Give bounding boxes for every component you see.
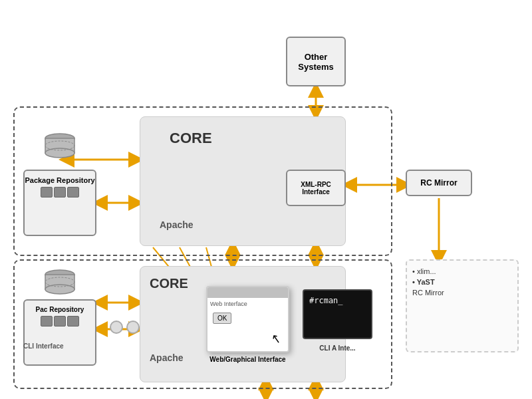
- right-panel-item-3: RC Mirror: [412, 287, 512, 298]
- core-label-bottom: CORE: [150, 276, 188, 291]
- web-gui-ok-btn[interactable]: OK: [213, 313, 231, 324]
- other-systems-label: Other Systems: [287, 52, 344, 72]
- web-gui-content: Web Interface OK: [207, 298, 288, 329]
- web-gui-label: Web/Graphical Interface: [209, 356, 286, 363]
- svg-point-18: [45, 148, 74, 158]
- pkg-box-5: [54, 316, 66, 327]
- right-panel: • xlim... • YaST RC Mirror: [406, 259, 519, 352]
- svg-point-22: [45, 285, 74, 294]
- pkg-box-6: [67, 316, 79, 327]
- apache-label-bottom: Apache: [150, 352, 184, 363]
- xml-rpc-label: XML-RPC Interface: [287, 181, 344, 196]
- cli-terminal-text: #rcman_: [304, 291, 371, 311]
- cli-interface-label: CLI A Inte...: [303, 344, 372, 352]
- web-gui-titlebar: [207, 287, 288, 298]
- diagram-container: Other Systems CORE Apache XML-RPC Interf…: [0, 0, 532, 399]
- pkg-boxes-bottom: [41, 316, 79, 327]
- xml-rpc-interface-top: XML-RPC Interface: [286, 170, 346, 206]
- db-icon-top: [43, 133, 76, 160]
- cli-label-bottom-left: CLI Interface: [23, 342, 64, 350]
- pkg-repo-top-label: Package Repository: [25, 176, 94, 184]
- apache-label-top: Apache: [160, 219, 194, 230]
- db-icon-bottom: [43, 269, 76, 296]
- web-gui-popup: Web Interface OK ↖: [206, 286, 289, 352]
- pkg-box-2: [54, 187, 66, 198]
- core-label-top: CORE: [170, 130, 212, 147]
- right-panel-item-1: • xlim...: [412, 266, 512, 277]
- cli-terminal: #rcman_: [303, 289, 372, 339]
- web-gui-text: Web Interface: [210, 301, 285, 307]
- other-systems-box: Other Systems: [286, 37, 346, 86]
- pkg-repo-bottom: Pac Repository: [23, 299, 96, 366]
- pkg-box-3: [67, 187, 79, 198]
- cursor-icon: ↖: [270, 331, 283, 346]
- pkg-box-4: [41, 316, 53, 327]
- rc-mirror-box: RC Mirror: [406, 170, 472, 196]
- right-panel-item-2: • YaST: [412, 277, 512, 287]
- pkg-repo-top: Package Repository: [23, 170, 96, 236]
- small-circle-1: [110, 321, 123, 334]
- small-circle-2: [126, 321, 140, 334]
- pkg-repo-bottom-label: Pac Repository: [36, 306, 84, 313]
- pkg-box-1: [41, 187, 53, 198]
- pkg-boxes-top: [41, 187, 79, 198]
